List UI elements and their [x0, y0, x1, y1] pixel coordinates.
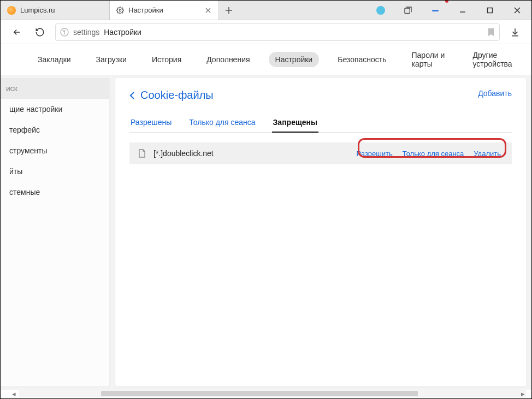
cookie-actions: Разрешить Только для сеанса Удалить: [357, 150, 501, 158]
sidebar-item-tools[interactable]: струменты: [1, 140, 109, 161]
cookie-row[interactable]: [*.]doubleclick.net Разрешить Только для…: [129, 142, 512, 164]
topmenu-security[interactable]: Безопасность: [331, 52, 393, 67]
main-panel: Cookie-файлы Добавить Разрешены Только д…: [115, 78, 526, 386]
subtab-allowed[interactable]: Разрешены: [129, 114, 173, 132]
back-button[interactable]: [9, 25, 25, 40]
tab-label: Lumpics.ru: [20, 6, 103, 14]
sidebar-search[interactable]: иск: [1, 78, 109, 99]
topmenu-devices[interactable]: Другие устройства: [466, 47, 522, 72]
new-tab-button[interactable]: [219, 1, 239, 20]
topmenu-passwords[interactable]: Пароли и карты: [405, 47, 454, 72]
scroll-right-arrow[interactable]: ▸: [518, 390, 527, 397]
chevron-left-icon: [129, 91, 135, 100]
horizontal-scrollbar[interactable]: ◂ ▸: [19, 390, 526, 397]
sidebar-item-system[interactable]: стемные: [1, 182, 109, 203]
svg-rect-1: [405, 8, 410, 13]
bookmark-icon[interactable]: [487, 28, 495, 37]
maximize-button[interactable]: [479, 1, 501, 20]
topmenu-settings[interactable]: Настройки: [269, 52, 320, 67]
omnibox[interactable]: settings Настройки: [55, 23, 500, 41]
orange-circle-icon: [7, 6, 16, 15]
assistant-button[interactable]: [370, 1, 392, 20]
settings-top-menu: Закладки Загрузки История Дополнения Нас…: [1, 44, 531, 75]
omnibox-prefix: settings: [73, 28, 99, 37]
circle-blue-icon: [376, 6, 385, 15]
subtabs: Разрешены Только для сеанса Запрещены: [129, 114, 512, 133]
scroll-left-arrow[interactable]: ◂: [9, 390, 18, 397]
topmenu-downloads[interactable]: Загрузки: [90, 52, 133, 67]
topmenu-bookmarks[interactable]: Закладки: [31, 52, 78, 67]
heading-text: Cookie-файлы: [140, 89, 214, 102]
file-icon: [138, 149, 146, 158]
tab-settings[interactable]: Настройки: [110, 1, 219, 20]
svg-point-0: [119, 9, 121, 11]
action-allow[interactable]: Разрешить: [357, 150, 393, 158]
scroll-thumb[interactable]: [101, 391, 418, 396]
cookie-domain: [*.]doubleclick.net: [153, 149, 357, 158]
topmenu-addons[interactable]: Дополнения: [200, 52, 256, 67]
svg-rect-3: [488, 8, 493, 13]
address-bar: settings Настройки: [1, 20, 531, 44]
sidebar-item-sites[interactable]: йты: [1, 161, 109, 182]
downloads-button[interactable]: [507, 25, 523, 40]
content-body: иск щие настройки терфейс струменты йты …: [1, 75, 531, 390]
sidebar-search-text: иск: [6, 84, 17, 93]
tab-label: Настройки: [128, 6, 200, 14]
sidebar: иск щие настройки терфейс струменты йты …: [1, 78, 110, 386]
collections-button[interactable]: [397, 1, 419, 20]
action-delete[interactable]: Удалить: [474, 150, 501, 158]
tab-strip: Lumpics.ru Настройки: [1, 1, 531, 20]
reload-button[interactable]: [32, 25, 48, 40]
extensions-button[interactable]: [424, 1, 446, 20]
tab-lumpics[interactable]: Lumpics.ru: [1, 1, 110, 20]
yandex-logo-icon: [60, 28, 69, 37]
sidebar-item-interface[interactable]: терфейс: [1, 120, 109, 140]
omnibox-title: Настройки: [104, 28, 141, 37]
svg-rect-2: [432, 10, 439, 11]
topmenu-history[interactable]: История: [145, 52, 188, 67]
close-window-button[interactable]: [506, 1, 528, 20]
close-icon[interactable]: [204, 7, 212, 14]
subtab-session[interactable]: Только для сеанса: [188, 114, 256, 132]
gear-icon: [116, 7, 124, 14]
subtab-blocked[interactable]: Запрещены: [272, 114, 318, 132]
sidebar-item-general[interactable]: щие настройки: [1, 99, 109, 120]
action-session[interactable]: Только для сеанса: [403, 150, 464, 158]
add-button[interactable]: Добавить: [478, 89, 512, 98]
minimize-button[interactable]: [452, 1, 474, 20]
page-heading[interactable]: Cookie-файлы: [129, 89, 512, 102]
